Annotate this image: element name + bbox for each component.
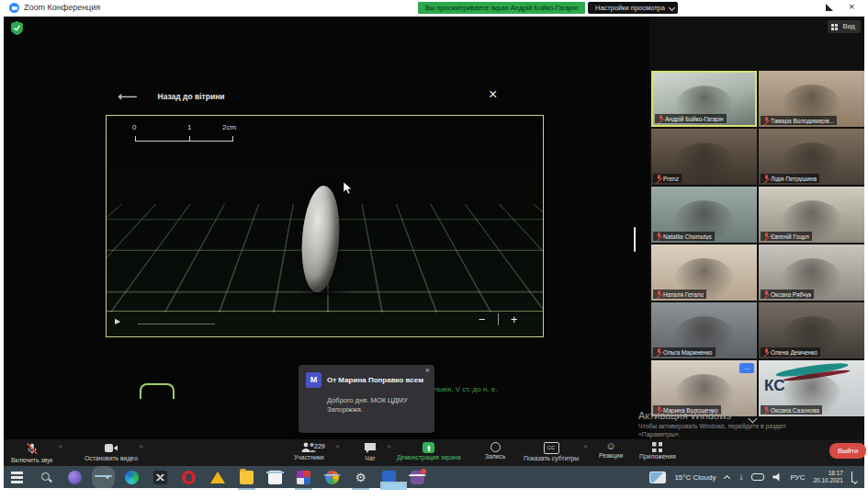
security-shield-icon[interactable]	[11, 21, 23, 35]
muted-mic-icon	[763, 348, 769, 356]
apps-button[interactable]: Приложения	[639, 442, 676, 460]
weather-label[interactable]: 15°C Cloudy	[674, 473, 716, 482]
scale-tick-1: 1	[187, 123, 191, 131]
chat-bubble-icon	[364, 442, 377, 454]
restore-window-icon[interactable]	[826, 4, 833, 11]
timeline-track[interactable]	[138, 324, 215, 324]
gallery-scroll-down-icon[interactable]	[750, 415, 757, 423]
language-indicator[interactable]: РУС	[790, 473, 805, 482]
more-options-badge[interactable]: …	[739, 363, 754, 373]
share-screen-label: Демонстрация экрана	[397, 454, 460, 460]
google-drive-icon[interactable]	[210, 472, 225, 483]
viber-icon[interactable]	[411, 471, 424, 484]
muted-mic-icon	[656, 233, 661, 240]
collage-app-icon[interactable]	[297, 471, 310, 484]
unmute-button[interactable]: Включить звук ^	[11, 442, 52, 463]
view-mode-button[interactable]: Вид	[828, 20, 861, 33]
chat-body-line1: Доброго дня. МОК ЦДМУ	[327, 396, 408, 405]
leave-meeting-button[interactable]: Выйти	[829, 443, 866, 459]
3d-viewport[interactable]: 0 1 2cm − + ▶	[106, 115, 544, 337]
photos-app-icon[interactable]	[382, 471, 396, 484]
chat-button[interactable]: Чат ^	[364, 442, 377, 461]
chat-notification-popup[interactable]: М От Марина Поправко всем × Доброго дня.…	[299, 365, 434, 433]
windows-activation-watermark: Активация Windows	[638, 410, 731, 421]
connection-tray-icon[interactable]	[751, 473, 764, 481]
browser-app-icon[interactable]	[325, 471, 339, 484]
participant-tile[interactable]: Тамара Володимирів...	[759, 71, 864, 127]
zoom-in-button[interactable]: +	[511, 312, 518, 326]
chat-caret[interactable]: ^	[388, 444, 390, 450]
cortana-icon[interactable]	[68, 471, 82, 484]
v-app-icon[interactable]	[268, 471, 282, 484]
search-icon[interactable]	[39, 471, 53, 484]
participants-label: Участники	[294, 454, 323, 460]
close-presentation-icon[interactable]: ×	[489, 86, 497, 103]
start-button-icon[interactable]	[11, 471, 25, 484]
download-tray-icon[interactable]: ↓	[738, 472, 743, 482]
opera-browser-icon[interactable]	[182, 471, 196, 484]
chat-popup-body: Доброго дня. МОК ЦДМУ Запоріжжя.	[327, 396, 408, 415]
mouse-cursor-icon	[344, 182, 352, 194]
record-button[interactable]: Запись	[485, 442, 505, 460]
window-titlebar: Zoom Конференция Вы просматриваете экран…	[0, 0, 868, 17]
participant-tile[interactable]: Ольга Мариненко	[651, 302, 757, 358]
settings-gear-icon[interactable]: ⚙	[354, 471, 367, 484]
captions-button[interactable]: CC Показать субтитры ^	[524, 442, 579, 461]
view-settings-button[interactable]: Настройки просмотра	[588, 2, 678, 14]
participants-caret[interactable]: ^	[336, 444, 339, 450]
file-explorer-icon[interactable]	[240, 471, 254, 484]
reactions-button[interactable]: ☺ Реакции	[599, 441, 623, 459]
zoom-app-icon	[9, 3, 19, 13]
notification-center-icon[interactable]	[851, 472, 855, 483]
muted-mic-icon	[763, 175, 769, 182]
chat-popup-close-icon[interactable]: ×	[425, 366, 430, 375]
participant-tile[interactable]: Nataliia Chomutys	[651, 187, 757, 243]
clock[interactable]: 18:17 20.10.2021	[813, 470, 843, 484]
participant-name: Наталя Гетало	[663, 291, 704, 298]
edge-browser-icon[interactable]	[125, 471, 139, 484]
participant-tile[interactable]: Олена Демченко	[759, 302, 864, 358]
chat-popup-title: От Марина Поправко всем	[327, 376, 423, 384]
close-window-icon[interactable]: ×	[849, 1, 854, 12]
windows-taskbar: ⚙ 15°C Cloudy ↓ РУС 18:17 20.10.2021	[4, 466, 864, 488]
video-options-caret[interactable]: ^	[140, 444, 142, 450]
share-screen-button[interactable]: Демонстрация экрана	[397, 442, 460, 460]
weather-icon[interactable]	[649, 472, 666, 483]
zoom-separator	[498, 313, 499, 325]
speaker-icon[interactable]	[772, 472, 782, 482]
watermark-line3: «Параметры».	[638, 431, 786, 439]
zoom-taskbar-icon[interactable]	[96, 471, 110, 484]
apps-label: Приложения	[639, 453, 676, 460]
reactions-label: Реакции	[599, 452, 623, 459]
mic-options-caret[interactable]: ^	[59, 444, 62, 450]
muted-mic-icon	[656, 175, 661, 182]
watermark-line2: Чтобы активировать Windows, перейдите в …	[638, 423, 786, 431]
participant-name: Тамара Володимирів...	[771, 118, 834, 124]
back-to-showcase[interactable]: ⟵ Назад до вітрини	[118, 88, 225, 105]
app-icon[interactable]	[153, 471, 167, 484]
participant-tile[interactable]: КС Оксана Сазонова	[759, 360, 864, 416]
zoom-out-button[interactable]: −	[479, 312, 486, 326]
participant-tile[interactable]: Євгеній Гоцул	[759, 187, 864, 243]
participant-name: Nataliia Chomutys	[663, 233, 712, 240]
stop-video-button[interactable]: Остановить видео ^	[85, 442, 138, 461]
participant-tile[interactable]: Оксана Рябчук	[759, 244, 864, 301]
gallery-scrollbar[interactable]	[634, 227, 636, 252]
participant-name: Ольга Мариненко	[663, 349, 713, 356]
hidden-icons-chevron[interactable]	[724, 474, 730, 481]
participant-tile[interactable]: Андрій Бойко-Гагарін	[651, 71, 757, 127]
participant-tile[interactable]: Лідія Петрушина	[759, 129, 864, 185]
participant-tile[interactable]: Наталя Гетало	[651, 244, 757, 301]
windows-activation-watermark-sub: Чтобы активировать Windows, перейдите в …	[638, 423, 786, 438]
viewport-divider	[107, 311, 543, 312]
participant-tile[interactable]: Prenz	[651, 129, 757, 185]
participant-tile[interactable]: … Марина Волошенко	[651, 360, 757, 416]
participant-name: Оксана Рябчук	[771, 291, 811, 298]
cc-icon: CC	[544, 442, 559, 454]
kc-logo-text: КС	[764, 377, 784, 395]
captions-caret[interactable]: ^	[584, 444, 587, 450]
back-label: Назад до вітрини	[158, 92, 225, 101]
participants-button[interactable]: 229 Участники ^	[294, 442, 323, 460]
view-mode-label: Вид	[842, 22, 855, 30]
play-button[interactable]: ▶	[115, 317, 120, 325]
